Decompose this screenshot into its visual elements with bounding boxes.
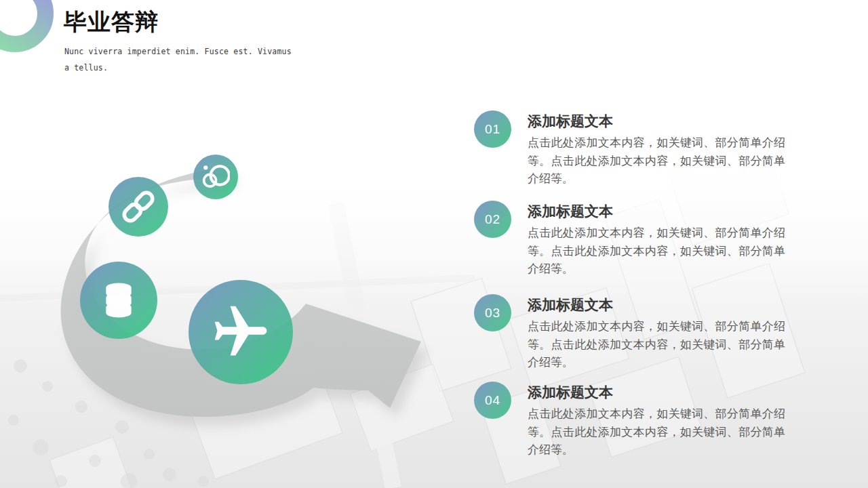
- item-body: 点击此处添加文本内容，如关键词、部分简单介绍等。点击此处添加文本内容，如关键词、…: [528, 134, 785, 188]
- item-text-block: 添加标题文本 点击此处添加文本内容，如关键词、部分简单介绍等。点击此处添加文本内…: [528, 201, 785, 279]
- airplane-icon: [210, 301, 272, 363]
- item-number-badge: 04: [474, 382, 511, 419]
- item-title: 添加标题文本: [528, 296, 785, 313]
- item-number-badge: 01: [474, 110, 511, 148]
- page-title: 毕业答辩: [64, 8, 292, 36]
- item-body: 点击此处添加文本内容，如关键词、部分简单介绍等。点击此处添加文本内容，如关键词、…: [528, 405, 785, 460]
- bubble-chart-icon: [201, 163, 230, 191]
- item-title: 添加标题文本: [528, 203, 785, 220]
- link-icon: [119, 187, 158, 226]
- item-title: 添加标题文本: [528, 113, 785, 129]
- item-text-block: 添加标题文本 点击此处添加文本内容，如关键词、部分简单介绍等。点击此处添加文本内…: [528, 382, 785, 460]
- page-subtitle: Nunc viverra imperdiet enim. Fusce est. …: [64, 43, 292, 76]
- list-item-01: 01 添加标题文本 点击此处添加文本内容，如关键词、部分简单介绍等。点击此处添加…: [474, 110, 793, 188]
- database-circle: [80, 262, 157, 339]
- database-icon: [102, 281, 136, 319]
- item-text-block: 添加标题文本 点击此处添加文本内容，如关键词、部分简单介绍等。点击此处添加文本内…: [528, 110, 785, 188]
- airplane-circle: [189, 280, 293, 384]
- presentation-slide: 毕业答辩 Nunc viverra imperdiet enim. Fusce …: [0, 0, 868, 488]
- item-number-badge: 03: [474, 294, 511, 331]
- list-item-03: 03 添加标题文本 点击此处添加文本内容，如关键词、部分简单介绍等。点击此处添加…: [474, 294, 793, 372]
- item-body: 点击此处添加文本内容，如关键词、部分简单介绍等。点击此处添加文本内容，如关键词、…: [528, 224, 785, 279]
- bubble-chart-circle: [193, 155, 238, 199]
- list-item-04: 04 添加标题文本 点击此处添加文本内容，如关键词、部分简单介绍等。点击此处添加…: [474, 382, 793, 460]
- item-text-block: 添加标题文本 点击此处添加文本内容，如关键词、部分简单介绍等。点击此处添加文本内…: [528, 294, 785, 372]
- item-body: 点击此处添加文本内容，如关键词、部分简单介绍等。点击此处添加文本内容，如关键词、…: [528, 318, 785, 372]
- list-item-02: 02 添加标题文本 点击此处添加文本内容，如关键词、部分简单介绍等。点击此处添加…: [474, 201, 793, 279]
- item-number-badge: 02: [474, 201, 511, 238]
- link-circle: [108, 177, 168, 237]
- header: 毕业答辩 Nunc viverra imperdiet enim. Fusce …: [64, 8, 292, 76]
- item-title: 添加标题文本: [528, 384, 785, 401]
